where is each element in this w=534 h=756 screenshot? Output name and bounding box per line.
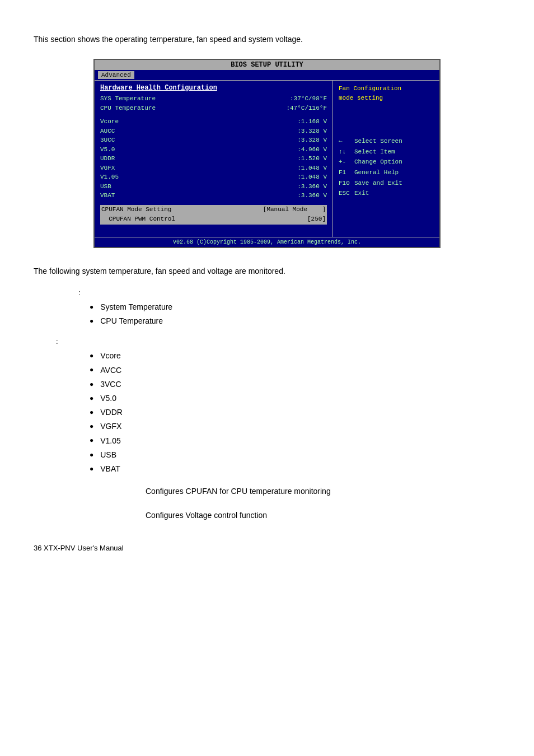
list-item-3vcc: 3VCC [90,377,500,391]
voltage-list: Vcore AVCC 3VCC V5.0 VDDR VGFX V1.05 USB… [90,349,500,476]
config-voltage-text: Configures Voltage control function [146,509,500,521]
bios-row-3ucc: 3UCC :3.328 V [100,136,327,145]
bios-row-sys-temp: SYS Temperature :37°C/98°F [100,94,327,104]
bios-row-cpu-temp: CPU Temperature :47°C/116°F [100,104,327,113]
list-item-v105: V1.05 [90,434,500,448]
sys-temp-label: SYS Temperature [100,94,156,104]
cpu-temp-value: :47°C/116°F [286,104,327,113]
bios-body: Hardware Health Configuration SYS Temper… [95,81,439,237]
bios-key-select-item: ↑↓ Select Item [339,147,434,157]
bios-tab-bar: Advanced [95,70,439,81]
bios-row-uddr: UDDR :1.520 V [100,154,327,164]
following-text: The following system temperature, fan sp… [34,265,500,277]
list-item-sys-temp: System Temperature [90,300,500,314]
list-item-v50: V5.0 [90,391,500,405]
bios-row-usb: USB :3.360 V [100,182,327,192]
bios-key-f10-save: F10 Save and Exit [339,178,434,189]
list-item-vcore: Vcore [90,349,500,363]
list-item-vddr: VDDR [90,405,500,419]
cpu-temp-label: CPU Temperature [100,104,156,113]
bios-row-vgfx: VGFX :1.048 V [100,164,327,173]
bios-row-vbat: VBAT :3.360 V [100,191,327,200]
bios-row-vcore: Vcore :1.168 V [100,117,327,127]
list-item-cpu-temp: CPU Temperature [90,314,500,328]
bios-key-esc-exit: ESC Exit [339,188,434,199]
bios-right-panel: Fan Configurationmode setting ← Select S… [333,81,439,237]
bios-left-panel: Hardware Health Configuration SYS Temper… [95,81,333,237]
bios-row-aucc: AUCC :3.328 V [100,127,327,136]
bios-key-change-option: +- Change Option [339,157,434,167]
bios-section-title: Hardware Health Configuration [100,84,327,92]
bios-row-cpufan-pwm[interactable]: CPUFAN PWM Control [250] [100,214,327,225]
bios-title: BIOS SETUP UTILITY [95,60,439,70]
intro-text: This section shows the operating tempera… [34,34,500,45]
config-cpufan-text: Configures CPUFAN for CPU temperature mo… [146,485,500,497]
bios-footer: v02.68 (C)Copyright 1985-2009, American … [95,237,439,247]
page-footer: 36 XTX-PNV User's Manual [34,544,500,552]
list-item-vgfx: VGFX [90,419,500,433]
bios-row-cpufan-mode[interactable]: CPUFAN Mode Setting [Manual Mode ] [100,205,327,215]
temp-subsection: : System Temperature CPU Temperature [34,288,500,328]
temp-list: System Temperature CPU Temperature [90,300,500,328]
bios-key-f1-help: F1 General Help [339,167,434,178]
voltage-subsection: : Vcore AVCC 3VCC V5.0 VDDR VGFX V1.05 U… [34,337,500,476]
bios-keys: ← Select Screen ↑↓ Select Item +- Change… [339,136,434,199]
temp-subsection-header: : [78,288,500,297]
bios-row-v105: V1.05 :1.048 V [100,172,327,182]
bios-box: BIOS SETUP UTILITY Advanced Hardware Hea… [93,59,441,248]
bios-help-text: Fan Configurationmode setting [339,84,434,102]
voltage-colon-label: : [56,337,500,346]
sys-temp-value: :37°C/98°F [290,94,327,104]
list-item-vbat: VBAT [90,462,500,476]
bios-key-select-screen: ← Select Screen [339,136,434,147]
list-item-usb: USB [90,448,500,462]
bios-tab-advanced[interactable]: Advanced [98,71,134,79]
list-item-avcc: AVCC [90,363,500,377]
bios-row-v50: V5.0 :4.960 V [100,145,327,155]
